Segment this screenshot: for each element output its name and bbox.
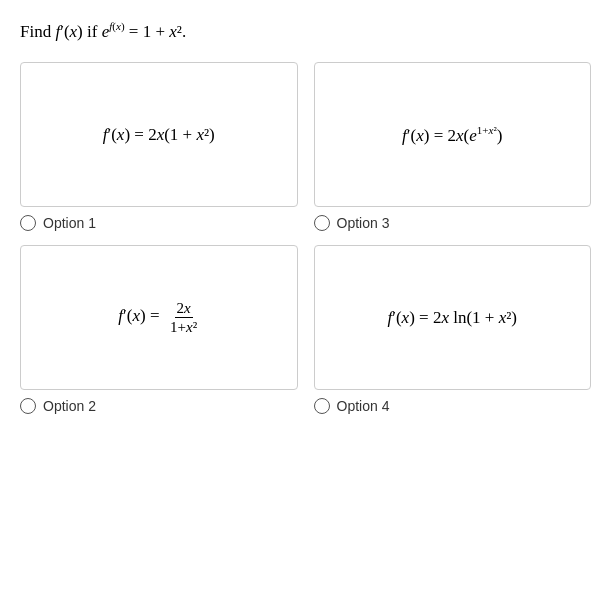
- option-label-row-4[interactable]: Option 4: [314, 398, 390, 414]
- option-cell-3: f′(x) = 2x(e1+x²) Option 3: [314, 62, 592, 231]
- radio-option2[interactable]: [20, 398, 36, 414]
- option-label-row-3[interactable]: Option 3: [314, 215, 390, 231]
- option-4-label: Option 4: [337, 398, 390, 414]
- option-3-label: Option 3: [337, 215, 390, 231]
- formula-4: f′(x) = 2x ln(1 + x²): [387, 308, 517, 328]
- options-grid: f′(x) = 2x(1 + x²) Option 1 f′(x) = 2x(e…: [20, 62, 591, 414]
- option-box-1[interactable]: f′(x) = 2x(1 + x²): [20, 62, 298, 207]
- radio-option3[interactable]: [314, 215, 330, 231]
- question-text: Find f′(x) if ef(x) = 1 + x².: [20, 18, 591, 44]
- option-cell-4: f′(x) = 2x ln(1 + x²) Option 4: [314, 245, 592, 414]
- option-box-2[interactable]: f′(x) = 2x 1+x²: [20, 245, 298, 390]
- radio-option1[interactable]: [20, 215, 36, 231]
- formula-3: f′(x) = 2x(e1+x²): [402, 124, 502, 146]
- option-box-3[interactable]: f′(x) = 2x(e1+x²): [314, 62, 592, 207]
- option-2-label: Option 2: [43, 398, 96, 414]
- option-1-label: Option 1: [43, 215, 96, 231]
- formula-2: f′(x) = 2x 1+x²: [118, 299, 199, 336]
- formula-1: f′(x) = 2x(1 + x²): [103, 125, 215, 145]
- option-label-row-1[interactable]: Option 1: [20, 215, 96, 231]
- option-label-row-2[interactable]: Option 2: [20, 398, 96, 414]
- option-cell-1: f′(x) = 2x(1 + x²) Option 1: [20, 62, 298, 231]
- option-box-4[interactable]: f′(x) = 2x ln(1 + x²): [314, 245, 592, 390]
- option-cell-2: f′(x) = 2x 1+x² Option 2: [20, 245, 298, 414]
- radio-option4[interactable]: [314, 398, 330, 414]
